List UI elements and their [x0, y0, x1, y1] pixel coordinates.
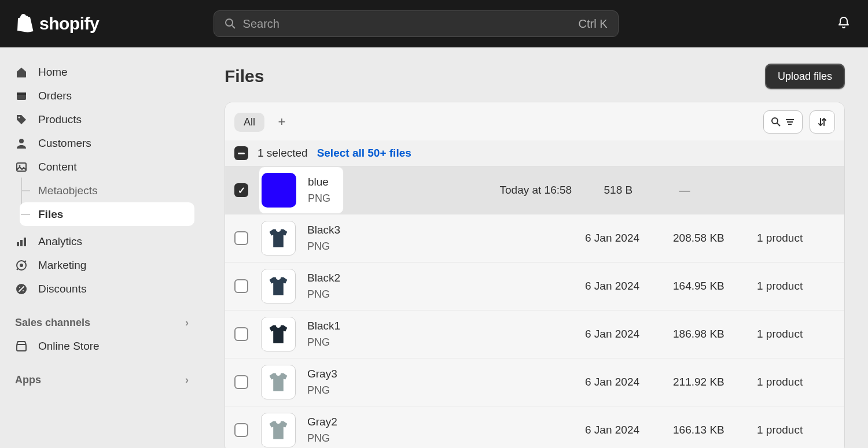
search-filter-button[interactable] — [763, 110, 803, 134]
analytics-icon — [15, 235, 38, 248]
sidebar-item-home[interactable]: Home — [9, 60, 194, 84]
file-date: 6 Jan 2024 — [585, 232, 673, 245]
file-name: Black2 — [307, 272, 585, 285]
sidebar: Home Orders Products Customers Content M… — [0, 47, 204, 448]
tab-all[interactable]: All — [234, 113, 264, 132]
file-references: 1 product — [757, 424, 835, 436]
file-size: 186.98 KB — [673, 328, 757, 340]
sidebar-item-files[interactable]: Files — [20, 202, 194, 226]
svg-rect-3 — [17, 92, 26, 95]
file-row[interactable]: Gray3 PNG 6 Jan 2024 211.92 KB 1 product — [225, 358, 844, 406]
search-shortcut: Ctrl K — [579, 17, 608, 31]
svg-rect-14 — [17, 345, 26, 351]
home-icon — [15, 66, 38, 79]
section-apps[interactable]: Apps › — [9, 368, 194, 391]
file-thumbnail — [262, 173, 296, 208]
sidebar-item-metaobjects[interactable]: Metaobjects — [20, 179, 194, 202]
search-placeholder: Search — [243, 17, 579, 31]
search-input[interactable]: Search Ctrl K — [214, 10, 619, 37]
row-checkbox[interactable] — [234, 423, 248, 437]
svg-point-15 — [772, 118, 778, 124]
section-sales-channels[interactable]: Sales channels › — [9, 311, 194, 334]
file-row[interactable]: blue PNG Today at 16:58 518 B — — [225, 166, 844, 214]
sidebar-item-online-store[interactable]: Online Store — [9, 334, 194, 358]
svg-point-0 — [226, 19, 233, 26]
sidebar-item-discounts[interactable]: Discounts — [9, 277, 194, 301]
sidebar-item-orders[interactable]: Orders — [9, 84, 194, 108]
store-icon — [15, 340, 38, 353]
svg-line-1 — [232, 25, 235, 28]
filter-icon — [785, 117, 795, 127]
file-date: Today at 16:58 — [500, 184, 604, 197]
sidebar-item-analytics[interactable]: Analytics — [9, 229, 194, 253]
sort-button[interactable] — [810, 110, 835, 134]
file-type: PNG — [307, 288, 585, 301]
products-icon — [15, 113, 38, 126]
sidebar-item-products[interactable]: Products — [9, 108, 194, 131]
topbar: shopify Search Ctrl K — [0, 0, 868, 47]
file-type: PNG — [307, 336, 585, 349]
discounts-icon — [15, 283, 38, 295]
chevron-right-icon: › — [185, 317, 189, 329]
svg-point-12 — [20, 264, 23, 267]
file-type: PNG — [307, 384, 585, 397]
file-thumbnail — [261, 365, 296, 399]
row-checkbox[interactable] — [234, 183, 248, 197]
search-icon — [771, 117, 781, 127]
notifications-icon[interactable] — [837, 16, 851, 32]
file-row[interactable]: Black3 PNG 6 Jan 2024 208.58 KB 1 produc… — [225, 214, 844, 262]
svg-rect-8 — [17, 242, 19, 246]
orders-icon — [15, 90, 38, 102]
marketing-icon — [15, 259, 38, 272]
file-size: 518 B — [604, 184, 679, 197]
upload-files-button[interactable]: Upload files — [765, 64, 845, 89]
svg-rect-6 — [17, 163, 26, 171]
svg-point-5 — [19, 139, 24, 143]
file-references: 1 product — [757, 280, 835, 293]
row-checkbox[interactable] — [234, 279, 248, 293]
file-row[interactable]: Gray2 PNG 6 Jan 2024 166.13 KB 1 product — [225, 406, 844, 448]
sidebar-item-content[interactable]: Content — [9, 155, 194, 179]
file-type: PNG — [308, 192, 330, 205]
file-thumbnail — [261, 413, 296, 447]
file-references: 1 product — [757, 232, 835, 245]
file-row[interactable]: Black2 PNG 6 Jan 2024 164.95 KB 1 produc… — [225, 262, 844, 310]
file-name: Black3 — [307, 224, 585, 237]
svg-rect-10 — [24, 238, 26, 246]
customers-icon — [15, 137, 38, 150]
file-date: 6 Jan 2024 — [585, 424, 673, 436]
file-size: 208.58 KB — [673, 232, 757, 245]
sidebar-item-marketing[interactable]: Marketing — [9, 253, 194, 277]
page-title: Files — [225, 66, 264, 86]
svg-rect-9 — [20, 240, 23, 246]
search-icon — [225, 18, 236, 29]
select-all-checkbox[interactable] — [234, 146, 248, 160]
svg-point-4 — [19, 116, 20, 118]
row-checkbox[interactable] — [234, 231, 248, 245]
add-view-button[interactable]: + — [274, 114, 290, 129]
row-checkbox[interactable] — [234, 375, 248, 389]
content-icon — [15, 161, 38, 173]
file-references: 1 product — [757, 328, 835, 340]
file-date: 6 Jan 2024 — [585, 328, 673, 340]
file-name: Gray3 — [307, 368, 585, 381]
sort-icon — [817, 117, 827, 127]
file-name: Gray2 — [307, 416, 585, 429]
sidebar-item-customers[interactable]: Customers — [9, 131, 194, 155]
file-row[interactable]: Black1 PNG 6 Jan 2024 186.98 KB 1 produc… — [225, 310, 844, 358]
shopify-logo[interactable]: shopify — [17, 14, 99, 34]
row-checkbox[interactable] — [234, 327, 248, 341]
file-name: Black1 — [307, 320, 585, 333]
selection-bar: 1 selected Select all 50+ files — [225, 140, 844, 166]
main-content: Files Upload files All + 1 selected Sele… — [204, 47, 868, 448]
select-all-link[interactable]: Select all 50+ files — [317, 147, 411, 160]
chevron-right-icon: › — [185, 374, 189, 386]
selected-count: 1 selected — [258, 147, 308, 160]
files-panel: All + 1 selected Select all 50+ files — [225, 102, 845, 448]
svg-line-16 — [777, 123, 780, 126]
file-type: PNG — [307, 240, 585, 253]
file-size: 166.13 KB — [673, 424, 757, 436]
file-date: 6 Jan 2024 — [585, 280, 673, 293]
file-references: 1 product — [757, 376, 835, 388]
file-date: 6 Jan 2024 — [585, 376, 673, 388]
